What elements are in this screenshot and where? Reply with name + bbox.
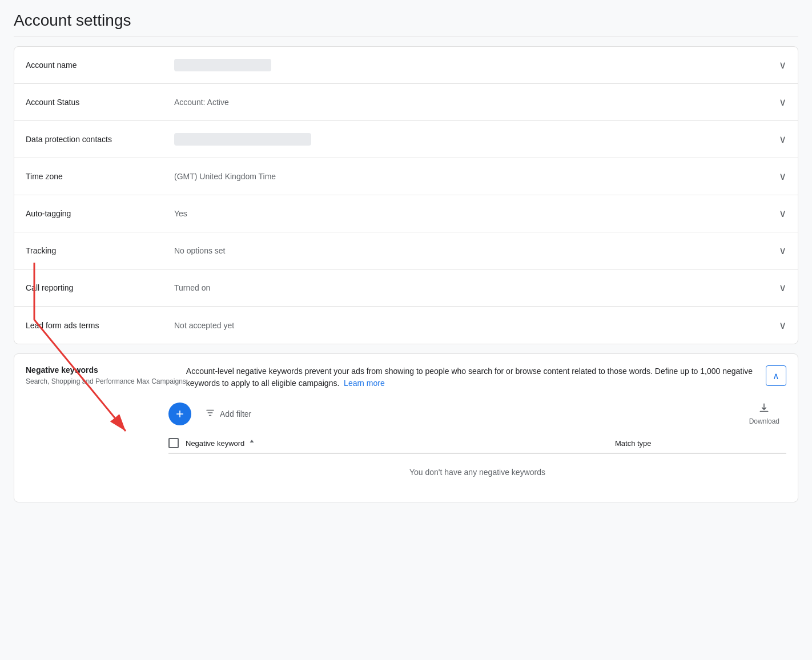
nk-table-header: Negative keyword Match type [168, 433, 786, 454]
account-name-value [174, 59, 779, 71]
nk-subtitle: Search, Shopping and Performance Max Cam… [26, 377, 186, 387]
lead-form-value: Not accepted yet [174, 321, 779, 330]
negative-keywords-section: Negative keywords Search, Shopping and P… [14, 353, 798, 502]
add-negative-keyword-button[interactable]: + [168, 403, 191, 425]
select-all-checkbox[interactable] [168, 438, 179, 448]
data-protection-row[interactable]: Data protection contacts ∨ [14, 121, 798, 158]
col-keyword-label: Negative keyword [186, 439, 244, 448]
nk-left-panel: Negative keywords Search, Shopping and P… [26, 365, 186, 387]
time-zone-value: (GMT) United Kingdom Time [174, 172, 779, 181]
page-title: Account settings [14, 11, 798, 37]
add-filter-label: Add filter [220, 409, 251, 418]
auto-tagging-label: Auto-tagging [26, 209, 174, 218]
lead-form-label: Lead form ads terms [26, 321, 174, 330]
nk-description: Account-level negative keywords prevent … [186, 365, 766, 389]
time-zone-chevron: ∨ [779, 170, 786, 183]
data-protection-value [174, 133, 779, 146]
time-zone-label: Time zone [26, 172, 174, 181]
call-reporting-chevron: ∨ [779, 281, 786, 294]
nk-toggle-button[interactable]: ∧ [766, 365, 786, 386]
sort-asc-icon[interactable] [248, 438, 256, 448]
negative-keywords-header: Negative keywords Search, Shopping and P… [14, 354, 798, 389]
call-reporting-value: Turned on [174, 283, 779, 292]
account-status-chevron: ∨ [779, 96, 786, 108]
auto-tagging-row[interactable]: Auto-tagging Yes ∨ [14, 195, 798, 232]
empty-state-message: You don't have any negative keywords [168, 454, 786, 490]
auto-tagging-value: Yes [174, 209, 779, 218]
download-icon [758, 402, 770, 416]
settings-section: Account name ∨ Account Status Account: A… [14, 46, 798, 344]
auto-tagging-chevron: ∨ [779, 207, 786, 220]
nk-title: Negative keywords [26, 365, 186, 375]
filter-icon [205, 408, 215, 420]
nk-toolbar: + Add filter Downl [14, 389, 798, 433]
add-filter-button[interactable]: Add filter [198, 404, 258, 424]
download-label: Download [749, 417, 779, 425]
nk-table-wrapper: Negative keyword Match type You don't ha… [14, 433, 798, 502]
learn-more-link[interactable]: Learn more [344, 379, 385, 388]
data-protection-chevron: ∨ [779, 133, 786, 146]
tracking-label: Tracking [26, 246, 174, 255]
lead-form-chevron: ∨ [779, 319, 786, 332]
lead-form-row[interactable]: Lead form ads terms Not accepted yet ∨ [14, 307, 798, 344]
account-status-label: Account Status [26, 98, 174, 107]
chevron-up-icon: ∧ [773, 371, 779, 381]
plus-icon: + [176, 406, 184, 422]
call-reporting-row[interactable]: Call reporting Turned on ∨ [14, 269, 798, 307]
tracking-value: No options set [174, 246, 779, 255]
data-protection-label: Data protection contacts [26, 135, 174, 144]
tracking-chevron: ∨ [779, 244, 786, 257]
account-name-label: Account name [26, 61, 174, 70]
col-keyword-header: Negative keyword [186, 438, 615, 448]
account-name-row[interactable]: Account name ∨ [14, 47, 798, 84]
account-status-row[interactable]: Account Status Account: Active ∨ [14, 84, 798, 121]
account-status-value: Account: Active [174, 98, 779, 107]
time-zone-row[interactable]: Time zone (GMT) United Kingdom Time ∨ [14, 158, 798, 195]
download-button[interactable]: Download [742, 399, 786, 429]
tracking-row[interactable]: Tracking No options set ∨ [14, 232, 798, 269]
nk-description-text: Account-level negative keywords prevent … [186, 367, 753, 388]
col-matchtype-header: Match type [615, 439, 786, 448]
account-name-chevron: ∨ [779, 59, 786, 71]
call-reporting-label: Call reporting [26, 283, 174, 292]
